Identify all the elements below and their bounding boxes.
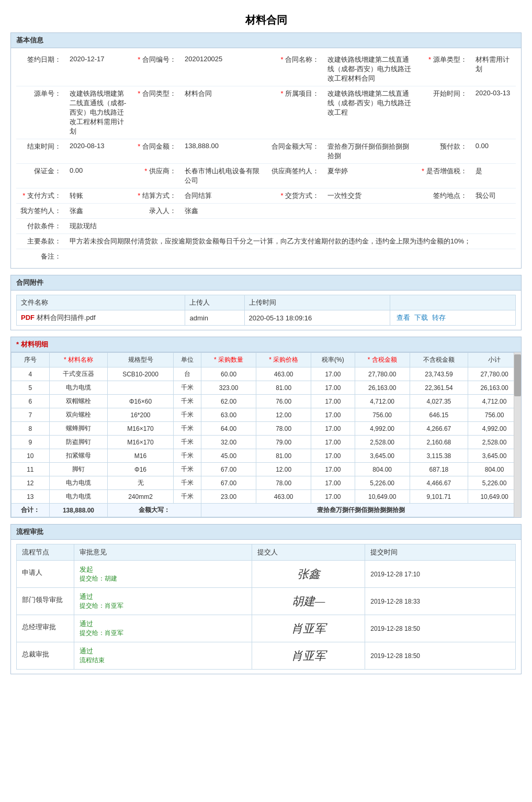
attach-col-uploader: 上传人 [185, 295, 244, 310]
item-price: 81.00 [256, 449, 311, 463]
detail-item-row: 5 电力电缆 千米 323.00 81.00 17.00 26,163.00 2… [12, 381, 521, 395]
attachment-body: 文件名称 上传人 上传时间 PDF材料合同扫描件.pdf admin 2020-… [11, 291, 521, 330]
flow-col-submitter: 提交人 [252, 544, 365, 561]
flow-signature-cell: 胡建— [252, 588, 365, 615]
settlement-method-value: 合同结算 [180, 188, 267, 204]
sign-date-label: 签约日期： [16, 52, 65, 86]
workflow-body: 流程节点 审批意见 提交人 提交时间 申请人 发起 提交给：胡建 张鑫 2019… [11, 540, 521, 674]
item-qty: 45.00 [201, 449, 256, 463]
item-no: 12 [12, 476, 50, 490]
attach-action-下载[interactable]: 下载 [414, 314, 428, 321]
item-spec: Φ16×60 [108, 395, 174, 408]
supplier-value: 长春市博山机电设备有限公司 [180, 164, 267, 188]
sign-date-value: 2020-12-17 [65, 52, 133, 86]
total-label: 合计： [12, 504, 50, 517]
flow-time: 2019-12-28 18:50 [365, 615, 516, 642]
flow-time: 2019-12-28 18:33 [365, 588, 516, 615]
item-unit: 千米 [173, 381, 201, 395]
col-tax: 税率(%) [311, 353, 355, 367]
item-name: 干式变压器 [49, 367, 108, 381]
item-unit: 千米 [173, 395, 201, 408]
item-notax-amount: 22,361.54 [410, 381, 468, 395]
flow-action-text: 通过 [80, 592, 246, 602]
basic-info-section: 基本信息 签约日期： 2020-12-17 * 合同编号： 2020120025… [10, 32, 522, 269]
info-row-5: * 支付方式： 转账 * 结算方式： 合同结算 * 交货方式： 一次性交货 签约… [16, 188, 516, 204]
item-unit: 台 [173, 367, 201, 381]
detail-thead: 序号 * 材料名称 规格型号 单位 * 采购数量 * 采购价格 税率(%) * … [12, 353, 521, 367]
item-no: 6 [12, 395, 50, 408]
flow-opinion: 通过 提交给：肖亚军 [74, 588, 252, 615]
item-subtotal: 756.00 [468, 408, 521, 422]
item-price: 463.00 [256, 367, 311, 381]
material-detail-body: 序号 * 材料名称 规格型号 单位 * 采购数量 * 采购价格 税率(%) * … [11, 352, 521, 517]
item-tax: 17.00 [311, 449, 355, 463]
scrollbar-track[interactable] [514, 352, 521, 517]
contract-name-label: * 合同名称： [267, 52, 323, 86]
item-notax-amount: 23,743.59 [410, 367, 468, 381]
attach-col-time: 上传时间 [244, 295, 390, 310]
item-no: 4 [12, 367, 50, 381]
workflow-table: 流程节点 审批意见 提交人 提交时间 申请人 发起 提交给：胡建 张鑫 2019… [16, 544, 516, 670]
recorder-value: 张鑫 [180, 204, 267, 219]
item-tax-amount: 27,780.00 [355, 367, 410, 381]
basic-info-body: 签约日期： 2020-12-17 * 合同编号： 2020120025 * 合同… [11, 48, 521, 268]
item-no: 5 [12, 381, 50, 395]
item-unit: 千米 [173, 422, 201, 436]
flow-opinion: 通过 提交给：肖亚军 [74, 615, 252, 642]
item-qty: 32.00 [201, 436, 256, 449]
item-subtotal: 10,649.00 [468, 490, 521, 504]
flow-submit-text: 提交给：肖亚军 [80, 602, 246, 610]
material-detail-scroll[interactable]: 序号 * 材料名称 规格型号 单位 * 采购数量 * 采购价格 税率(%) * … [11, 352, 521, 517]
item-qty: 62.00 [201, 395, 256, 408]
attach-col-actions [390, 295, 515, 310]
basic-info-header: 基本信息 [11, 33, 521, 48]
item-spec: 无 [108, 476, 174, 490]
detail-header-row: 序号 * 材料名称 规格型号 单位 * 采购数量 * 采购价格 税率(%) * … [12, 353, 521, 367]
attachment-list: PDF材料合同扫描件.pdf admin 2020-05-13 18:09:16… [17, 310, 516, 326]
scrollbar-thumb[interactable] [514, 354, 521, 396]
attach-file-row: PDF材料合同扫描件.pdf admin 2020-05-13 18:09:16… [17, 310, 516, 326]
recorder-label: 录入人： [133, 204, 180, 219]
main-terms-value: 甲方若未按合同期限付清货款，应按逾期货款金额每日千分之一计算，向乙方支付逾期付款… [65, 234, 516, 249]
workflow-list: 申请人 发起 提交给：胡建 张鑫 2019-12-28 17:10 部门领导审批… [17, 561, 516, 670]
detail-item-row: 4 干式变压器 SCB10-2000 台 60.00 463.00 17.00 … [12, 367, 521, 381]
attach-action-查看[interactable]: 查看 [397, 314, 410, 321]
belong-project-value: 改建铁路线增建第二线直通线（成都-西安）电力线路迁改工程 [323, 86, 417, 139]
item-unit: 千米 [173, 436, 201, 449]
flow-opinion: 通过 流程结束 [74, 642, 252, 670]
info-row-6: 我方签约人： 张鑫 录入人： 张鑫 [16, 204, 516, 219]
item-tax-amount: 3,645.00 [355, 449, 410, 463]
source-no-label: 源单号： [16, 86, 65, 139]
material-detail-table: 序号 * 材料名称 规格型号 单位 * 采购数量 * 采购价格 税率(%) * … [11, 352, 521, 517]
item-price: 81.00 [256, 381, 311, 395]
item-spec: M16 [108, 449, 174, 463]
item-spec: M16×170 [108, 436, 174, 449]
attach-header-row: 文件名称 上传人 上传时间 [17, 295, 516, 310]
capital-label: 金额大写： [108, 504, 201, 517]
item-subtotal: 4,712.00 [468, 395, 521, 408]
info-row-9: 备注： [16, 249, 516, 264]
detail-item-row: 11 脚钉 Φ16 千米 67.00 12.00 17.00 804.00 68… [12, 463, 521, 476]
detail-item-row: 7 双向螺栓 16*200 千米 63.00 12.00 17.00 756.0… [12, 408, 521, 422]
contract-type-value: 材料合同 [180, 86, 267, 139]
item-name: 电力电缆 [49, 381, 108, 395]
item-notax-amount: 4,466.67 [410, 476, 468, 490]
attach-action-转存[interactable]: 转存 [432, 314, 446, 321]
item-unit: 千米 [173, 408, 201, 422]
info-row-8: 主要条款： 甲方若未按合同期限付清货款，应按逾期货款金额每日千分之一计算，向乙方… [16, 234, 516, 249]
payment-method-value: 转账 [65, 188, 133, 204]
item-qty: 63.00 [201, 408, 256, 422]
item-spec: 16*200 [108, 408, 174, 422]
material-detail-list: 4 干式变压器 SCB10-2000 台 60.00 463.00 17.00 … [12, 367, 521, 504]
payment-terms-value: 现款现结 [65, 219, 516, 234]
col-name: * 材料名称 [49, 353, 108, 367]
flow-submit-text: 提交给：肖亚军 [80, 629, 246, 638]
info-row-2: 源单号： 改建铁路线增建第二线直通线（成都-西安）电力线路迁改工程材料需用计划 … [16, 86, 516, 139]
our-signer-value: 张鑫 [65, 204, 133, 219]
contract-name-value: 改建铁路线增建第二线直通线（成都-西安）电力线路迁改工程材料合同 [323, 52, 417, 86]
flow-signature-cell: 肖亚军 [252, 615, 365, 642]
total-amount: 138,888.00 [49, 504, 108, 517]
item-tax: 17.00 [311, 395, 355, 408]
total-row: 合计： 138,888.00 金额大写： 壹拾叁万捌仟捌佰捌拾捌捌拾捌 [12, 504, 521, 517]
flow-opinion: 发起 提交给：胡建 [74, 561, 252, 588]
